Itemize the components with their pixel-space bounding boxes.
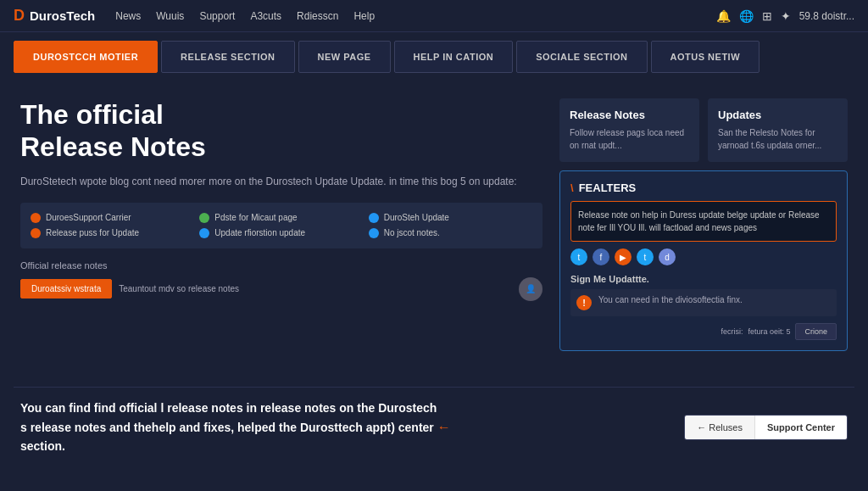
- releases-button[interactable]: ← Reluses: [685, 416, 754, 439]
- tab-1[interactable]: RELEASE SECTION: [161, 41, 294, 73]
- release-tabs-row: Duroatssiv wstrata Teauntout mdv so rele…: [20, 277, 542, 301]
- warning-row: ! You can need in the diviosoftectia fin…: [570, 289, 837, 316]
- features-footer: fecrisi: fetura oeit: 5 Crione: [570, 323, 837, 340]
- footer-arrow: ←: [437, 420, 451, 434]
- logo[interactable]: D DurosTech: [14, 7, 95, 25]
- warning-text: You can need in the diviosoftectia finx.: [598, 295, 743, 304]
- twitter2-icon[interactable]: t: [637, 248, 654, 265]
- footer-text: You can find find official l release not…: [20, 399, 667, 455]
- card-text-release: Follow release pags loca need on rnat up…: [570, 126, 689, 152]
- bottom-footer: You can find find official l release not…: [0, 388, 868, 467]
- nav-right-text: 59.8 doistr...: [799, 10, 854, 22]
- tab-bar: DUROSTCCH MOTIERRELEASE SECTIONNEW PAGEH…: [0, 32, 868, 81]
- link-label: Release puss for Update: [46, 228, 139, 237]
- link-label: DuroSteh Update: [384, 213, 449, 222]
- footer-text-content: You can find find official l release not…: [20, 401, 451, 453]
- features-title: \ FEALTERS: [570, 181, 837, 194]
- link-dot: [369, 228, 379, 238]
- link-label: DuroesSupport Carrier: [46, 213, 131, 222]
- release-footer-label: Official release notes: [20, 260, 542, 271]
- link-dot: [369, 213, 379, 223]
- release-tab-text: Teauntout mdv so release notes: [119, 284, 512, 293]
- nav-link-support[interactable]: Support: [199, 10, 235, 22]
- discord-icon[interactable]: d: [659, 248, 676, 265]
- tab-3[interactable]: HELP IN CATION: [394, 41, 514, 73]
- features-description: Release note on help in Duress update be…: [570, 201, 837, 242]
- bell-icon[interactable]: 🔔: [716, 9, 731, 23]
- release-notes-card: Release Notes Follow release pags loca n…: [559, 98, 699, 162]
- updates-card: Updates San the Relesto Notes for yarnoa…: [708, 98, 848, 162]
- top-navigation: D DurosTech NewsWuuisSupportA3cutsRdiess…: [0, 0, 868, 32]
- link-item: Update rfiorstion update: [199, 228, 363, 238]
- nav-links: NewsWuuisSupportA3cutsRdiesscnHelp: [115, 10, 715, 22]
- cards-row: Release Notes Follow release pags loca n…: [559, 98, 848, 162]
- sign-me-label: Sign Me Updattte.: [570, 274, 837, 284]
- nav-right: 🔔 🌐 ⊞ ✦ 59.8 doistr...: [716, 9, 854, 23]
- hero-title: The officialRelease Notes: [20, 98, 542, 164]
- links-grid: DuroesSupport CarrierPdste for Micaut pa…: [20, 203, 542, 248]
- tab-2[interactable]: NEW PAGE: [298, 41, 391, 73]
- tab-5[interactable]: AOTUS NETIW: [651, 41, 760, 73]
- facebook-icon[interactable]: f: [593, 248, 609, 265]
- card-title-updates: Updates: [718, 109, 837, 121]
- footer-buttons: ← Reluses Support Center: [684, 415, 848, 440]
- link-dot: [199, 228, 209, 238]
- twitter-nav-icon[interactable]: ✦: [781, 9, 791, 23]
- link-item: DuroSteh Update: [369, 213, 532, 223]
- features-footer-count: fetura oeit: 5: [748, 327, 790, 336]
- left-section: The officialRelease Notes DuroStetech wp…: [20, 98, 542, 370]
- card-title-release: Release Notes: [570, 109, 689, 121]
- tab-4[interactable]: SOCIALE SECTION: [516, 41, 647, 73]
- logo-icon: D: [14, 7, 25, 25]
- nav-link-news[interactable]: News: [115, 10, 141, 22]
- link-item: Release puss for Update: [31, 228, 194, 238]
- nav-link-a3cuts[interactable]: A3cuts: [250, 10, 281, 22]
- features-title-text: FEALTERS: [579, 181, 637, 194]
- tab-0[interactable]: DUROSTCCH MOTIER: [14, 41, 158, 73]
- logo-text: DurosTech: [30, 8, 95, 23]
- twitter-icon[interactable]: t: [570, 248, 587, 265]
- main-content: The officialRelease Notes DuroStetech wp…: [0, 81, 868, 387]
- link-item: DuroesSupport Carrier: [31, 213, 194, 223]
- link-label: Pdste for Micaut page: [214, 213, 297, 222]
- nav-link-rdiesscn[interactable]: Rdiesscn: [297, 10, 338, 22]
- right-section: Release Notes Follow release pags loca n…: [559, 98, 848, 370]
- avatar: 👤: [519, 277, 542, 301]
- social-icons-row: t f ▶ t d: [570, 248, 837, 265]
- link-dot: [31, 213, 41, 223]
- globe-icon[interactable]: 🌐: [739, 9, 754, 23]
- hero-description: DuroStetech wpote blog cont need morer m…: [20, 174, 542, 189]
- features-footer-btn[interactable]: Crione: [795, 323, 837, 340]
- features-box: \ FEALTERS Release note on help in Dures…: [559, 170, 848, 351]
- card-text-updates: San the Relesto Notes for yarnoad t.6s u…: [718, 126, 837, 152]
- features-icon: \: [570, 181, 574, 194]
- warning-icon: !: [576, 295, 592, 310]
- grid-icon[interactable]: ⊞: [762, 9, 772, 23]
- link-label: Update rfiorstion update: [214, 228, 305, 237]
- features-footer-label: fecrisi:: [721, 327, 743, 336]
- nav-link-help[interactable]: Help: [353, 10, 375, 22]
- link-dot: [199, 213, 209, 223]
- youtube-icon[interactable]: ▶: [615, 248, 632, 265]
- link-label: No jscot notes.: [384, 228, 440, 237]
- nav-link-wuuis[interactable]: Wuuis: [156, 10, 184, 22]
- support-center-button[interactable]: Support Center: [754, 416, 847, 439]
- link-item: No jscot notes.: [369, 228, 532, 238]
- release-tab-active[interactable]: Duroatssiv wstrata: [20, 279, 112, 299]
- link-item: Pdste for Micaut page: [199, 213, 363, 223]
- link-dot: [31, 228, 41, 238]
